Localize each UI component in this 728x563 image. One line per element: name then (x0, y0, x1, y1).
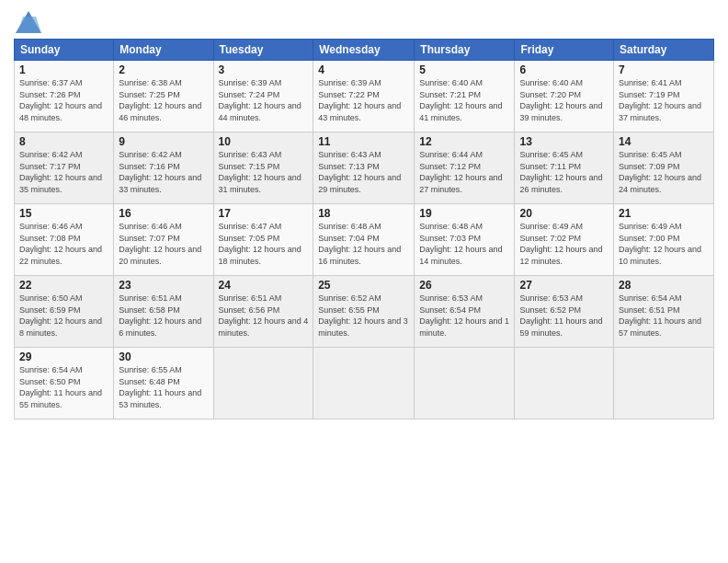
day-info: Sunrise: 6:50 AM Sunset: 6:59 PM Dayligh… (19, 293, 108, 339)
day-info: Sunrise: 6:47 AM Sunset: 7:05 PM Dayligh… (219, 221, 309, 267)
calendar-cell: 7 Sunrise: 6:41 AM Sunset: 7:19 PM Dayli… (614, 61, 714, 132)
calendar-cell: 6 Sunrise: 6:40 AM Sunset: 7:20 PM Dayli… (515, 61, 614, 132)
sunset-label: Sunset: 7:04 PM (318, 234, 380, 243)
daylight-label: Daylight: 11 hours and 59 minutes. (519, 316, 602, 338)
day-number: 3 (219, 63, 309, 76)
daylight-label: Daylight: 12 hours and 4 minutes. (219, 316, 309, 338)
sunrise-label: Sunrise: 6:38 AM (119, 78, 182, 87)
sunrise-label: Sunrise: 6:51 AM (219, 293, 282, 303)
calendar-cell: 9 Sunrise: 6:42 AM Sunset: 7:16 PM Dayli… (114, 132, 213, 204)
sunrise-label: Sunrise: 6:42 AM (119, 150, 182, 159)
day-number: 13 (519, 135, 609, 148)
calendar-cell: 27 Sunrise: 6:53 AM Sunset: 6:52 PM Dayl… (515, 276, 614, 348)
calendar-cell: 12 Sunrise: 6:44 AM Sunset: 7:12 PM Dayl… (415, 132, 515, 204)
calendar-cell: 5 Sunrise: 6:40 AM Sunset: 7:21 PM Dayli… (415, 61, 515, 132)
day-number: 28 (619, 279, 709, 292)
sunrise-label: Sunrise: 6:47 AM (219, 222, 282, 231)
daylight-label: Daylight: 12 hours and 18 minutes. (219, 245, 301, 266)
sunset-label: Sunset: 6:52 PM (519, 305, 581, 315)
day-info: Sunrise: 6:51 AM Sunset: 6:56 PM Dayligh… (219, 293, 309, 339)
calendar-cell: 25 Sunrise: 6:52 AM Sunset: 6:55 PM Dayl… (313, 276, 415, 348)
daylight-label: Daylight: 12 hours and 33 minutes. (119, 173, 201, 194)
sunset-label: Sunset: 7:22 PM (318, 90, 380, 99)
sunrise-label: Sunrise: 6:53 AM (519, 293, 583, 303)
sunrise-label: Sunrise: 6:39 AM (219, 78, 282, 87)
calendar-week-3: 15 Sunrise: 6:46 AM Sunset: 7:08 PM Dayl… (15, 204, 714, 276)
sunrise-label: Sunrise: 6:46 AM (119, 222, 182, 231)
calendar-cell: 22 Sunrise: 6:50 AM Sunset: 6:59 PM Dayl… (15, 276, 114, 348)
weekday-saturday: Saturday (614, 40, 714, 61)
day-info: Sunrise: 6:39 AM Sunset: 7:22 PM Dayligh… (318, 77, 409, 123)
sunset-label: Sunset: 7:08 PM (19, 234, 81, 243)
calendar-cell: 23 Sunrise: 6:51 AM Sunset: 6:58 PM Dayl… (114, 276, 213, 348)
day-number: 26 (419, 279, 509, 292)
day-info: Sunrise: 6:48 AM Sunset: 7:04 PM Dayligh… (318, 221, 409, 267)
day-info: Sunrise: 6:53 AM Sunset: 6:54 PM Dayligh… (419, 293, 509, 339)
sunset-label: Sunset: 7:25 PM (119, 90, 180, 99)
daylight-label: Daylight: 12 hours and 20 minutes. (119, 245, 201, 266)
calendar-cell (415, 348, 515, 419)
calendar-cell: 15 Sunrise: 6:46 AM Sunset: 7:08 PM Dayl… (15, 204, 114, 276)
day-info: Sunrise: 6:48 AM Sunset: 7:03 PM Dayligh… (419, 221, 509, 267)
sunrise-label: Sunrise: 6:40 AM (419, 78, 483, 87)
sunset-label: Sunset: 7:19 PM (619, 90, 680, 99)
daylight-label: Daylight: 12 hours and 12 minutes. (519, 245, 602, 266)
weekday-monday: Monday (114, 40, 213, 61)
calendar-cell: 26 Sunrise: 6:53 AM Sunset: 6:54 PM Dayl… (415, 276, 515, 348)
day-number: 11 (318, 135, 409, 148)
day-info: Sunrise: 6:49 AM Sunset: 7:00 PM Dayligh… (619, 221, 709, 267)
sunrise-label: Sunrise: 6:48 AM (419, 222, 483, 231)
daylight-label: Daylight: 12 hours and 44 minutes. (219, 101, 301, 122)
sunset-label: Sunset: 7:26 PM (19, 90, 81, 99)
day-number: 21 (619, 207, 709, 220)
day-info: Sunrise: 6:38 AM Sunset: 7:25 PM Dayligh… (119, 77, 208, 123)
daylight-label: Daylight: 12 hours and 14 minutes. (419, 245, 502, 266)
day-info: Sunrise: 6:42 AM Sunset: 7:17 PM Dayligh… (19, 149, 108, 195)
day-number: 15 (19, 207, 108, 220)
sunrise-label: Sunrise: 6:54 AM (619, 293, 682, 303)
calendar-cell: 21 Sunrise: 6:49 AM Sunset: 7:00 PM Dayl… (614, 204, 714, 276)
daylight-label: Daylight: 12 hours and 3 minutes. (318, 316, 408, 338)
sunrise-label: Sunrise: 6:41 AM (619, 78, 682, 87)
day-number: 8 (19, 135, 108, 148)
sunset-label: Sunset: 6:58 PM (119, 305, 180, 315)
day-info: Sunrise: 6:45 AM Sunset: 7:09 PM Dayligh… (619, 149, 709, 195)
sunrise-label: Sunrise: 6:48 AM (318, 222, 381, 231)
logo-icon (14, 9, 41, 31)
day-number: 14 (619, 135, 709, 148)
daylight-label: Daylight: 12 hours and 41 minutes. (419, 101, 502, 122)
sunset-label: Sunset: 6:59 PM (19, 305, 81, 315)
calendar-cell: 29 Sunrise: 6:54 AM Sunset: 6:50 PM Dayl… (15, 348, 114, 419)
sunrise-label: Sunrise: 6:55 AM (119, 365, 182, 374)
day-info: Sunrise: 6:54 AM Sunset: 6:51 PM Dayligh… (619, 293, 709, 339)
sunrise-label: Sunrise: 6:37 AM (19, 78, 83, 87)
day-info: Sunrise: 6:40 AM Sunset: 7:21 PM Dayligh… (419, 77, 509, 123)
day-number: 4 (318, 63, 409, 76)
day-number: 23 (119, 279, 208, 292)
calendar-week-5: 29 Sunrise: 6:54 AM Sunset: 6:50 PM Dayl… (15, 348, 714, 419)
sunset-label: Sunset: 7:02 PM (519, 234, 581, 243)
sunset-label: Sunset: 6:51 PM (619, 305, 680, 315)
day-number: 2 (119, 63, 208, 76)
weekday-tuesday: Tuesday (213, 40, 313, 61)
day-number: 7 (619, 63, 709, 76)
sunrise-label: Sunrise: 6:40 AM (519, 78, 583, 87)
day-number: 17 (219, 207, 309, 220)
day-number: 1 (19, 63, 108, 76)
day-number: 24 (219, 279, 309, 292)
day-number: 5 (419, 63, 509, 76)
day-info: Sunrise: 6:41 AM Sunset: 7:19 PM Dayligh… (619, 77, 709, 123)
daylight-label: Daylight: 12 hours and 6 minutes. (119, 316, 201, 338)
daylight-label: Daylight: 12 hours and 37 minutes. (619, 101, 701, 122)
calendar-cell: 2 Sunrise: 6:38 AM Sunset: 7:25 PM Dayli… (114, 61, 213, 132)
sunset-label: Sunset: 6:50 PM (19, 377, 81, 386)
weekday-header-row: SundayMondayTuesdayWednesdayThursdayFrid… (15, 40, 714, 61)
day-number: 6 (519, 63, 609, 76)
daylight-label: Daylight: 12 hours and 22 minutes. (19, 245, 102, 266)
daylight-label: Daylight: 12 hours and 16 minutes. (318, 245, 401, 266)
sunset-label: Sunset: 7:17 PM (19, 162, 81, 171)
sunset-label: Sunset: 7:21 PM (419, 90, 481, 99)
calendar-cell: 14 Sunrise: 6:45 AM Sunset: 7:09 PM Dayl… (614, 132, 714, 204)
sunset-label: Sunset: 6:54 PM (419, 305, 481, 315)
calendar-cell: 20 Sunrise: 6:49 AM Sunset: 7:02 PM Dayl… (515, 204, 614, 276)
